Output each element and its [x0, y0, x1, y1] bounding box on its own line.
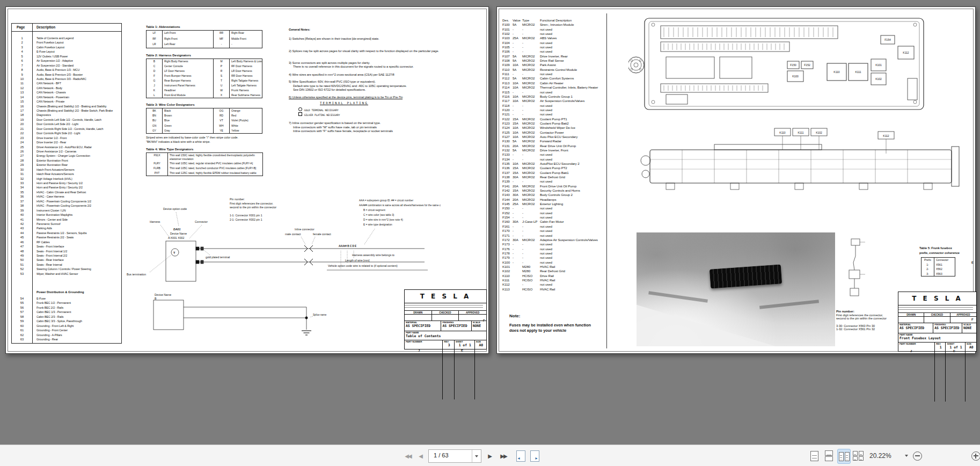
- legend-vehicle-option: Vehicle option code wire is related to (…: [328, 264, 398, 267]
- toc-row: 51Seats - Rear Internal: [12, 263, 121, 267]
- approved-label: APPROVED: [950, 313, 976, 316]
- tesla-logo: T E S L A: [405, 290, 486, 303]
- first-page-button[interactable]: ◀◀: [401, 449, 414, 463]
- toc-header-description: Description: [36, 25, 55, 29]
- part-number-label: PART NUMBER: [406, 340, 442, 343]
- fuse-table-header: Des.ValueTypeFunctional Description: [502, 18, 605, 23]
- table-cell: Left Tailgate Harness: [230, 83, 262, 88]
- legend-code-d: D = wire size in mm^2 (see note 4): [363, 219, 403, 221]
- toc-row: 1Table of Contents and Legend: [12, 37, 121, 41]
- toc-row: 42Panoramic Sunroof: [12, 222, 121, 227]
- legend-harness-assembly: Harness assembly wire belongs to: [352, 253, 394, 257]
- table-cell: GY: [147, 128, 163, 133]
- table-cell: Headliner: [163, 88, 214, 93]
- next-page-button[interactable]: ▶: [485, 449, 495, 463]
- toc-header: Page Description: [12, 24, 121, 32]
- fuse-row: F13510AMICRO2AutoPilot ECU Secondary 2: [502, 162, 605, 166]
- rev-value: 3: [444, 343, 454, 347]
- part-name-row: PART NAME Front Fusebox Layout: [898, 333, 976, 343]
- zoom-dropdown-button[interactable]: [903, 449, 910, 463]
- facing-continuous-view-button[interactable]: [852, 449, 864, 463]
- table-cell: Orange: [230, 108, 262, 113]
- fuse-row: F17230AMICRO2Adaptive Air Suspension Con…: [502, 238, 605, 242]
- fuse-note-line1: Fuses may be installed even when functio…: [509, 323, 591, 327]
- table-cell: Middle Front: [230, 37, 262, 42]
- toc-row: 16Chassis (Braking and Stability) 1/2 - …: [12, 105, 121, 109]
- part-number-label: PART NUMBER: [899, 343, 934, 345]
- toc-row: 12CAN Network - Body: [12, 86, 121, 91]
- toc-row: 56Frunk BEC 2/2 - Rails: [12, 306, 121, 310]
- single-page-view-button[interactable]: [808, 449, 821, 463]
- table-cell: GN: [147, 123, 163, 128]
- next-view-button[interactable]: ▸: [528, 449, 541, 463]
- table-cell: 3-: [922, 272, 934, 276]
- table-cell: Right Rear: [230, 31, 262, 37]
- toc-row: 47Seats - Front Interface: [12, 245, 121, 249]
- fuse-row: F14525AMICRO2Exterior Lighting: [502, 202, 605, 206]
- note-5b: Default wire type to be rated 60VDC/25VA…: [293, 84, 407, 88]
- fuse-row: F150--not used: [502, 206, 605, 210]
- previous-view-button[interactable]: ◂: [514, 449, 527, 463]
- note-7a: 7) Inline connector gender specification…: [289, 121, 381, 125]
- zoom-level-value[interactable]: 20.22%: [869, 452, 891, 460]
- part-number-row: PART NUMBER REV 3 SHEET 1 of 1 SIZE A0: [405, 340, 486, 399]
- fuse-row: F10325AMICRO2ABS Valves: [502, 36, 605, 40]
- table-cell: FLRY: [147, 161, 168, 166]
- fuse-row: K101M280HVAC Rail: [502, 265, 605, 269]
- toc-row: 28Exterior Illumination Front: [12, 159, 121, 163]
- page-number-dropdown[interactable]: [472, 450, 481, 462]
- toc-header-page: Page: [17, 25, 25, 29]
- table-cell: Yellow: [230, 128, 262, 133]
- toc-row: 39Instrument Cluster / LIN: [12, 209, 121, 213]
- terminal-plating-silver: SILVER PLATING NECESSARY: [298, 112, 340, 116]
- note-5c: See DIN 13602 or ISO 6722 for detailed s…: [293, 88, 365, 91]
- toc-row: 22Door Controls Right Side 2/2 - Light: [12, 132, 121, 136]
- top-label-k101: K101: [875, 63, 882, 67]
- table-cell: Center Console: [163, 64, 214, 69]
- table-cell: VT: [214, 118, 230, 123]
- legend-code-c: C = wire color (see table 3): [363, 214, 394, 216]
- fuse-row: F1125AMICRO2Cabin Comfort Systems: [502, 76, 605, 81]
- table-cell: T: [214, 78, 230, 83]
- note-7c: Inline connectors with "F" suffix have f…: [293, 129, 393, 133]
- fuse-note-title: Note:: [509, 314, 520, 318]
- table-cell: X561: [934, 263, 955, 267]
- toc-row: 25Driver Assistance 1/2 - AutoPilot ECU,…: [12, 145, 121, 150]
- legend-inline-connector: Inline connector: [295, 228, 315, 231]
- zoom-out-button[interactable]: [912, 449, 923, 463]
- table-cell: FLRB: [147, 166, 168, 171]
- zoom-in-button[interactable]: [970, 449, 980, 463]
- note-7b: Inline connectors with "M" suffix have m…: [293, 126, 377, 129]
- table-cell: MF: [214, 37, 230, 42]
- page-number-combobox[interactable]: 1 / 63: [428, 449, 481, 463]
- table-cell: Frunk Harness: [230, 88, 262, 93]
- fuse-row: F115--not used: [502, 90, 605, 94]
- fuse-row: K111HCISOHVAC Rail: [502, 278, 605, 282]
- legend-wire-label: AAA## B C D E: [339, 245, 356, 247]
- legend-splice-name: Splice name: [313, 314, 327, 316]
- toc-row: 6Air Suspension 1/2 - Adaptive: [12, 59, 121, 63]
- legend-pin-line2: second to the pin within the connector: [230, 206, 276, 209]
- toc-row: 18Diagnostics: [12, 113, 121, 118]
- toc-row: 35HVAC - Cabin Climate and Rear Defrost: [12, 191, 121, 195]
- mid-label-k110: K110: [779, 131, 786, 134]
- last-page-button[interactable]: ▶▶: [497, 449, 510, 463]
- toc-row: 30Hatch Front Actuators/Sensors: [12, 168, 121, 172]
- hood-area: [637, 287, 776, 346]
- chevron-down-icon: [475, 455, 478, 457]
- toc-row: 32High Voltage Interlock (HVIL): [12, 177, 121, 181]
- gold-terminal-circle-icon: [298, 107, 302, 111]
- facing-pages-view-button[interactable]: [837, 449, 851, 464]
- previous-page-button[interactable]: ◀: [415, 449, 426, 463]
- table-cell: OG: [214, 108, 230, 113]
- top-label-f152: F152: [804, 63, 810, 67]
- toc-row: 19Door Controls Left Side 1/2 - Controls…: [12, 118, 121, 122]
- toc-row: 10Audio, Base & Premium 3/3 - Radio/MIC: [12, 77, 121, 82]
- table-cell: W: [214, 88, 230, 93]
- table-cell: C: [147, 64, 163, 69]
- continuous-view-button[interactable]: [823, 449, 835, 463]
- legend-device-b-port: B: [155, 297, 157, 300]
- toc-row: 61Grounding - Front Center: [12, 329, 121, 333]
- toc-row: 58Cabin BEC 2/3 - Rails: [12, 315, 121, 319]
- note-1: 1) Switches [Relays] are shown in their …: [289, 37, 379, 40]
